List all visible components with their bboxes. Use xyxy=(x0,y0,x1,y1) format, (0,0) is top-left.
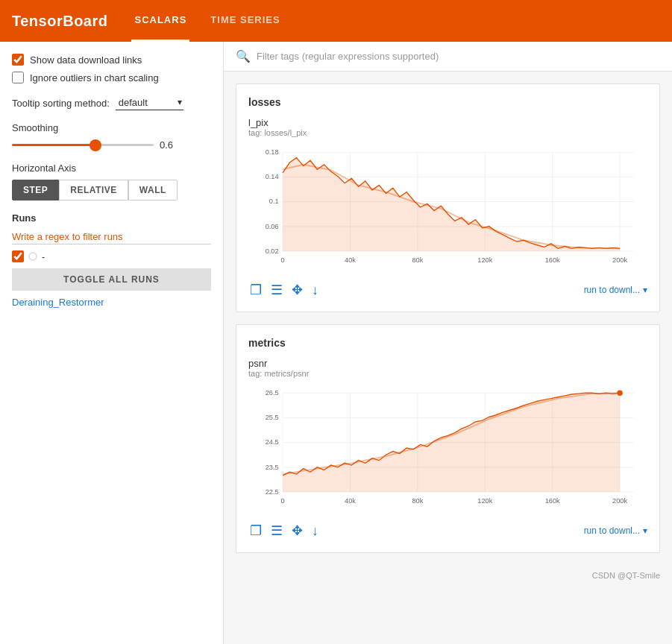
run-dot-label: - xyxy=(42,251,45,262)
header: TensorBoard SCALARS TIME SERIES xyxy=(0,0,672,42)
toggle-runs-button[interactable]: TOGGLE ALL RUNS xyxy=(12,268,211,291)
smoothing-slider[interactable] xyxy=(12,144,154,146)
metrics-chart-toolbar: ❐ ☰ ✥ ↓ run to downl... ▾ xyxy=(248,521,647,540)
svg-text:0: 0 xyxy=(281,256,285,264)
svg-text:25.5: 25.5 xyxy=(266,414,279,421)
svg-text:0.18: 0.18 xyxy=(266,148,279,156)
svg-text:80k: 80k xyxy=(412,497,423,505)
metrics-chart-name: psnr xyxy=(248,358,647,369)
smoothing-row: 0.6 xyxy=(12,139,211,151)
smoothing-value: 0.6 xyxy=(160,139,182,151)
main-nav: SCALARS TIME SERIES xyxy=(131,0,283,42)
svg-text:0.14: 0.14 xyxy=(266,173,279,180)
svg-text:0: 0 xyxy=(281,497,285,505)
smoothing-label: Smoothing xyxy=(12,122,211,133)
metrics-download-icon[interactable]: ↓ xyxy=(310,522,320,540)
svg-text:26.5: 26.5 xyxy=(266,389,279,397)
svg-text:22.5: 22.5 xyxy=(266,488,279,496)
tooltip-sorting-row: Tooltip sorting method: default ascendin… xyxy=(12,95,211,110)
runs-section: Runs - TOGGLE ALL RUNS Deraining_Restorm… xyxy=(12,212,211,308)
axis-step-button[interactable]: STEP xyxy=(12,180,59,201)
run-name-link[interactable]: Deraining_Restormer xyxy=(12,297,211,308)
svg-text:24.5: 24.5 xyxy=(266,438,279,446)
metrics-chart-area: 26.5 25.5 24.5 23.5 22.5 0 40k 80k 120k … xyxy=(248,381,647,515)
axis-section: Horizontal Axis STEP RELATIVE WALL xyxy=(12,162,211,201)
svg-text:200k: 200k xyxy=(612,256,627,264)
metrics-fit-icon[interactable]: ✥ xyxy=(290,521,304,540)
losses-dropdown-arrow: ▾ xyxy=(643,285,647,295)
axis-label: Horizontal Axis xyxy=(12,162,211,174)
losses-section-title: losses xyxy=(248,96,647,108)
svg-text:0.06: 0.06 xyxy=(266,223,279,230)
show-download-label: Show data download links xyxy=(30,54,142,66)
losses-run-label: run to downl... xyxy=(584,285,640,295)
tooltip-select[interactable]: default ascending descending nearest xyxy=(116,95,183,110)
runs-filter-input[interactable] xyxy=(12,230,211,244)
svg-text:160k: 160k xyxy=(545,497,560,505)
losses-download-icon[interactable]: ↓ xyxy=(310,281,320,300)
filter-bar: 🔍 xyxy=(224,42,672,72)
ignore-outliers-label: Ignore outliers in chart scaling xyxy=(30,72,159,83)
axis-buttons: STEP RELATIVE WALL xyxy=(12,180,211,201)
losses-chart-tag: tag: losses/l_pix xyxy=(248,128,647,137)
display-options: Show data download links Ignore outliers… xyxy=(12,54,211,83)
axis-wall-button[interactable]: WALL xyxy=(128,180,178,201)
metrics-expand-icon[interactable]: ❐ xyxy=(248,521,263,540)
metrics-run-label: run to downl... xyxy=(584,525,640,536)
axis-relative-button[interactable]: RELATIVE xyxy=(59,180,128,201)
runs-title: Runs xyxy=(12,212,211,224)
sidebar: Show data download links Ignore outliers… xyxy=(0,42,224,644)
losses-chart-container: l_pix tag: losses/l_pix xyxy=(248,117,647,300)
svg-text:120k: 120k xyxy=(477,497,492,505)
ignore-outliers-checkbox[interactable] xyxy=(12,72,24,83)
losses-chart-name: l_pix xyxy=(248,117,647,128)
filter-input[interactable] xyxy=(257,51,660,62)
svg-text:0.1: 0.1 xyxy=(269,198,279,205)
svg-text:200k: 200k xyxy=(612,497,627,505)
metrics-chart-tag: tag: metrics/psnr xyxy=(248,369,647,378)
metrics-chart-icons: ❐ ☰ ✥ ↓ xyxy=(248,521,320,540)
nav-scalars[interactable]: SCALARS xyxy=(131,0,189,42)
losses-svg: 0.18 0.14 0.1 0.06 0.02 0 40k 80k 120k 1… xyxy=(248,140,647,274)
run-item: - xyxy=(12,250,211,262)
metrics-svg: 26.5 25.5 24.5 23.5 22.5 0 40k 80k 120k … xyxy=(248,381,647,515)
svg-point-44 xyxy=(617,391,622,396)
svg-text:80k: 80k xyxy=(412,256,423,264)
show-download-checkbox[interactable] xyxy=(12,54,24,66)
metrics-dropdown-arrow: ▾ xyxy=(643,525,647,536)
main-layout: Show data download links Ignore outliers… xyxy=(0,42,672,644)
nav-time-series[interactable]: TIME SERIES xyxy=(207,0,283,42)
show-download-row[interactable]: Show data download links xyxy=(12,54,211,66)
footer: CSDN @QT-Smile xyxy=(224,565,672,586)
losses-chart-area: 0.18 0.14 0.1 0.06 0.02 0 40k 80k 120k 1… xyxy=(248,140,647,274)
losses-chart-icons: ❐ ☰ ✥ ↓ xyxy=(248,280,320,300)
tooltip-select-wrapper[interactable]: default ascending descending nearest xyxy=(116,95,183,110)
losses-expand-icon[interactable]: ❐ xyxy=(248,280,263,300)
losses-fit-icon[interactable]: ✥ xyxy=(290,280,304,300)
main-content: 🔍 losses l_pix tag: losses/l_pix xyxy=(224,42,672,644)
losses-data-icon[interactable]: ☰ xyxy=(269,280,284,300)
losses-card: losses l_pix tag: losses/l_pix xyxy=(236,83,660,312)
ignore-outliers-row[interactable]: Ignore outliers in chart scaling xyxy=(12,72,211,83)
svg-text:23.5: 23.5 xyxy=(266,464,279,471)
run-dot xyxy=(28,252,37,261)
svg-text:0.02: 0.02 xyxy=(266,247,279,255)
smoothing-section: Smoothing 0.6 xyxy=(12,122,211,151)
metrics-section-title: metrics xyxy=(248,337,647,349)
losses-chart-toolbar: ❐ ☰ ✥ ↓ run to downl... ▾ xyxy=(248,280,647,300)
search-icon: 🔍 xyxy=(236,49,251,63)
metrics-chart-container: psnr tag: metrics/psnr xyxy=(248,358,647,540)
metrics-data-icon[interactable]: ☰ xyxy=(269,521,284,540)
app-logo: TensorBoard xyxy=(12,13,107,30)
losses-run-dropdown[interactable]: run to downl... ▾ xyxy=(584,285,647,295)
svg-text:40k: 40k xyxy=(345,256,356,264)
tooltip-sorting-label: Tooltip sorting method: xyxy=(12,98,110,109)
svg-text:120k: 120k xyxy=(477,256,492,264)
svg-text:160k: 160k xyxy=(545,256,560,264)
footer-credit: CSDN @QT-Smile xyxy=(592,571,660,580)
svg-text:40k: 40k xyxy=(345,497,356,505)
metrics-run-dropdown[interactable]: run to downl... ▾ xyxy=(584,525,647,536)
metrics-card: metrics psnr tag: metrics/psnr xyxy=(236,324,660,553)
run-checkbox[interactable] xyxy=(12,250,24,262)
